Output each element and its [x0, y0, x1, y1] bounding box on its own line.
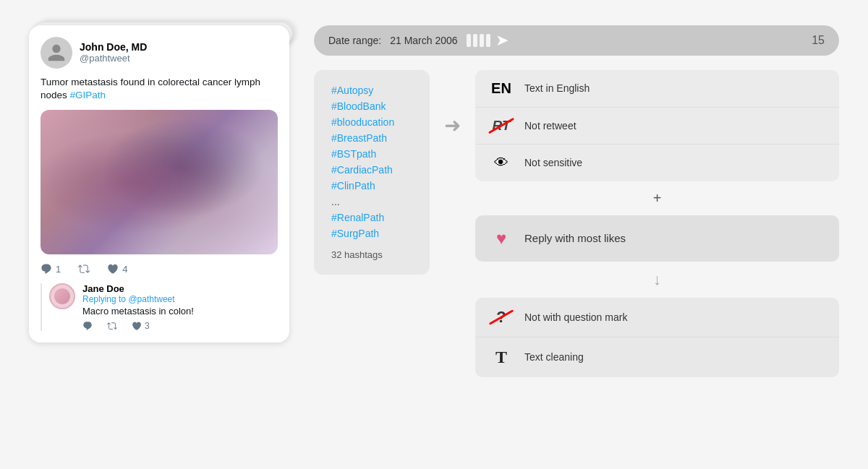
plus-separator: + — [475, 189, 839, 208]
tweet-like-action[interactable]: 4 — [107, 263, 127, 275]
hashtags-panel: #Autopsy #BloodBank #blooducation #Breas… — [314, 70, 430, 275]
middle-right-section: Date range: 21 March 2006 ➤ 15 #Autopsy … — [314, 25, 839, 377]
hashtags-count: 32 hashtags — [331, 249, 412, 260]
main-container: John Doe, MD @pathtweet Tumor metastasis… — [14, 11, 854, 459]
range-tick-1 — [467, 34, 471, 47]
reply-like-count: 3 — [145, 321, 150, 331]
tweet-reply-count: 1 — [56, 264, 61, 275]
hashtag-item-3: #BreastPath — [331, 132, 412, 144]
tweet-image-inner — [41, 110, 278, 254]
reply-to-handle: @pathtweet — [128, 294, 174, 304]
filter-text-cleaning-label: Text cleaning — [524, 351, 584, 363]
range-tick-4 — [486, 34, 490, 47]
reply-avatar — [49, 283, 75, 309]
tweet-user-name: John Doe, MD — [80, 41, 147, 53]
filter-group-1: EN Text in English RT Not retweet 👁 Not … — [475, 70, 839, 181]
date-range-value: 21 March 2006 — [390, 35, 457, 46]
reply-actions: 3 — [82, 321, 194, 331]
filter-sensitive: 👁 Not sensitive — [475, 145, 839, 181]
range-slider[interactable]: ➤ — [467, 31, 798, 50]
down-arrow-separator: ↓ — [475, 269, 839, 291]
filter-question: ? Not with question mark — [475, 298, 839, 337]
tweet-image — [41, 110, 278, 254]
en-icon: EN — [488, 80, 514, 97]
tweet-card-main: John Doe, MD @pathtweet Tumor metastasis… — [29, 25, 289, 343]
reply-content: Jane Doe Replying to @pathtweet Macro me… — [82, 283, 194, 331]
avatar — [41, 37, 72, 69]
tweet-text: Tumor metastasis found in colorectal can… — [41, 76, 278, 103]
rt-crossed-icon: RT — [488, 118, 514, 134]
tweet-like-count: 4 — [122, 264, 127, 275]
date-range-label: Date range: — [328, 35, 381, 46]
filter-question-label: Not with question mark — [524, 311, 627, 323]
filter-arrow-icon: ➜ — [444, 70, 461, 137]
tweet-reply-action[interactable]: 1 — [41, 263, 61, 275]
filter-reply-likes: ♥ Reply with most likes — [475, 215, 839, 262]
reply-thread-line — [41, 283, 42, 331]
filter-text-cleaning: T Text cleaning — [475, 337, 839, 377]
tweet-user-handle: @pathtweet — [80, 53, 147, 64]
filter-en: EN Text in English — [475, 70, 839, 108]
eye-icon: 👁 — [488, 155, 514, 171]
hashtag-item-5: #CardiacPath — [331, 164, 412, 176]
tweet-header: John Doe, MD @pathtweet — [41, 37, 278, 69]
filter-rt: RT Not retweet — [475, 108, 839, 145]
filter-rt-label: Not retweet — [524, 120, 576, 132]
tweet-cards-stack: John Doe, MD @pathtweet Tumor metastasis… — [29, 25, 297, 343]
hashtag-item-4: #BSTpath — [331, 148, 412, 160]
tweet-actions: 1 4 — [41, 263, 278, 275]
filter-group-2: ? Not with question mark T Text cleaning — [475, 298, 839, 377]
hashtag-item-1: #BloodBank — [331, 100, 412, 112]
t-icon: T — [488, 348, 514, 367]
hashtag-item-6: #ClinPath — [331, 180, 412, 192]
hashtag-item-0: #Autopsy — [331, 85, 412, 96]
reply-retweet-action[interactable] — [107, 321, 117, 331]
content-row: #Autopsy #BloodBank #blooducation #Breas… — [314, 70, 839, 377]
range-tick-3 — [480, 34, 484, 47]
reply-avatar-inner — [54, 288, 70, 304]
reply-content-section: Jane Doe Replying to @pathtweet Macro me… — [49, 283, 278, 331]
filter-reply-likes-label: Reply with most likes — [524, 232, 626, 244]
filter-en-label: Text in English — [524, 82, 590, 94]
tweet-hashtag: #GIPath — [70, 90, 106, 100]
date-range-bar[interactable]: Date range: 21 March 2006 ➤ 15 — [314, 25, 839, 56]
hashtag-item-renal: #RenalPath — [331, 212, 412, 223]
reply-like-action[interactable]: 3 — [132, 321, 150, 331]
filter-sensitive-label: Not sensitive — [524, 157, 582, 168]
filters-column: EN Text in English RT Not retweet 👁 Not … — [475, 70, 839, 377]
reply-text: Macro metastasis in colon! — [82, 306, 194, 317]
reply-reply-action[interactable] — [82, 321, 93, 331]
heart-icon: ♥ — [488, 228, 514, 249]
reply-user-name: Jane Doe — [82, 283, 194, 294]
reply-section: Jane Doe Replying to @pathtweet Macro me… — [41, 283, 278, 331]
hashtag-item-2: #blooducation — [331, 116, 412, 128]
reply-to-label: Replying to @pathtweet — [82, 294, 194, 304]
hashtag-ellipsis: ... — [331, 196, 412, 207]
tweet-retweet-action[interactable] — [78, 263, 90, 275]
tweet-user-info: John Doe, MD @pathtweet — [80, 41, 147, 64]
range-number: 15 — [812, 34, 825, 47]
range-arrow-icon: ➤ — [495, 31, 509, 50]
range-tick-2 — [473, 34, 477, 47]
question-crossed-icon: ? — [488, 308, 514, 327]
hashtag-item-surg: #SurgPath — [331, 228, 412, 239]
